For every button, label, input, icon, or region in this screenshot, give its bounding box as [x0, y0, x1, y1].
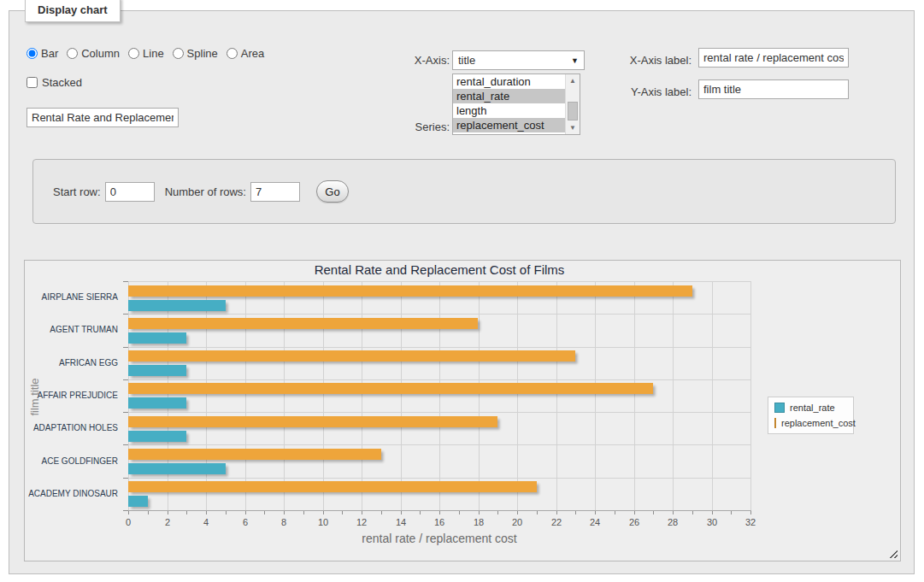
radio-icon[interactable]	[227, 48, 238, 59]
x-axis-tick	[342, 511, 343, 514]
x-axis-tick	[362, 511, 362, 514]
stacked-label: Stacked	[42, 76, 82, 89]
chart-type-radio-column[interactable]: Column	[67, 47, 120, 60]
series-option-length[interactable]: length	[453, 103, 565, 118]
bar-replacement_cost	[128, 285, 692, 297]
radio-label: Area	[241, 47, 264, 60]
chart-type-radio-area[interactable]: Area	[227, 47, 264, 60]
x-tick-label: 0	[111, 517, 145, 527]
gridline-vertical	[439, 281, 440, 510]
x-axis-tick	[692, 511, 693, 514]
x-tick-label: 14	[384, 517, 418, 527]
y-axis-label-field-label: Y-Axis label:	[616, 85, 692, 98]
gridline-vertical	[517, 281, 518, 510]
go-button[interactable]: Go	[316, 180, 349, 203]
scrollbar-thumb[interactable]	[568, 102, 578, 121]
bar-rental_rate	[128, 496, 148, 507]
gridline-horizontal	[128, 314, 750, 315]
x-axis-tick	[284, 511, 285, 514]
bar-replacement_cost	[128, 481, 537, 492]
gridline-vertical	[206, 281, 207, 510]
radio-icon[interactable]	[128, 48, 139, 59]
gridline-vertical	[128, 281, 129, 510]
category-label: AIRPLANE SIERRA	[24, 292, 118, 302]
x-axis-title: rental rate / replacement cost	[128, 532, 750, 545]
chart-type-radio-bar[interactable]: Bar	[26, 47, 58, 60]
bar-replacement_cost	[128, 449, 381, 460]
x-axis-tick	[497, 511, 498, 514]
y-axis-tick	[123, 412, 128, 413]
x-axis-tick	[401, 511, 402, 514]
stacked-checkbox-row[interactable]: Stacked	[26, 76, 82, 89]
radio-label: Line	[143, 47, 164, 60]
gridline-vertical	[673, 281, 674, 510]
radio-label: Column	[81, 47, 120, 60]
num-rows-input[interactable]	[250, 182, 300, 202]
x-axis-select[interactable]: title ▼	[452, 50, 585, 70]
y-axis-tick	[123, 314, 128, 315]
radio-icon[interactable]	[26, 48, 38, 59]
gridline-horizontal	[128, 379, 750, 380]
resize-handle-icon[interactable]	[888, 549, 898, 558]
category-label: ADAPTATION HOLES	[24, 423, 118, 432]
chart-title: Rental Rate and Replacement Cost of Film…	[128, 262, 750, 277]
gridline-horizontal	[128, 412, 750, 413]
bar-replacement_cost	[128, 350, 575, 362]
bar-rental_rate	[128, 365, 186, 376]
gridline-vertical	[634, 281, 635, 510]
chart-type-radio-line[interactable]: Line	[128, 47, 164, 60]
y-axis-tick	[123, 478, 128, 479]
category-label: ACADEMY DINOSAUR	[24, 489, 118, 498]
x-axis-tick	[575, 511, 576, 514]
bar-rental_rate	[128, 431, 186, 442]
series-option-rental_duration[interactable]: rental_duration	[453, 74, 565, 89]
fieldset-legend: Display chart	[25, 0, 121, 22]
gridline-vertical	[479, 281, 480, 510]
legend-swatch-icon	[774, 403, 785, 413]
x-axis-tick	[615, 511, 615, 514]
x-axis-tick	[168, 511, 168, 514]
bar-replacement_cost	[128, 416, 497, 427]
series-listbox[interactable]: rental_durationrental_ratelengthreplacem…	[452, 73, 580, 135]
x-axis-label-input[interactable]	[698, 48, 849, 68]
row-range-panel: Start row: Number of rows: Go	[32, 159, 896, 224]
legend-item-replacement_cost[interactable]: replacement_cost	[774, 418, 847, 428]
chart-type-radio-spline[interactable]: Spline	[173, 47, 218, 60]
legend-label: replacement_cost	[781, 418, 856, 428]
legend-item-rental_rate[interactable]: rental_rate	[774, 403, 847, 413]
category-label: AGENT TRUMAN	[24, 325, 118, 334]
display-chart-fieldset: Display chart BarColumnLineSplineArea St…	[9, 10, 915, 574]
radio-icon[interactable]	[173, 48, 184, 59]
x-axis-tick	[420, 511, 421, 514]
gridline-horizontal	[128, 478, 750, 479]
x-tick-label: 16	[422, 517, 456, 527]
gridline-vertical	[401, 281, 402, 510]
gridline-vertical	[556, 281, 557, 510]
x-tick-label: 10	[306, 517, 340, 527]
category-label: AFRICAN EGG	[24, 358, 118, 367]
scroll-down-icon[interactable]: ▼	[566, 121, 580, 134]
chart-title-input[interactable]	[26, 108, 179, 127]
stacked-checkbox[interactable]	[26, 77, 38, 88]
x-axis-tick	[186, 511, 187, 514]
category-label: ACE GOLDFINGER	[24, 456, 118, 466]
scroll-up-icon[interactable]: ▲	[566, 74, 580, 87]
series-option-replacement_cost[interactable]: replacement_cost	[453, 118, 565, 132]
x-axis-tick	[148, 511, 149, 514]
gridline-vertical	[284, 281, 285, 510]
bar-replacement_cost	[128, 383, 653, 394]
x-axis-tick	[517, 511, 518, 514]
x-axis-tick	[323, 511, 324, 514]
radio-icon[interactable]	[67, 48, 78, 59]
series-scrollbar[interactable]: ▲ ▼	[565, 74, 580, 134]
x-axis-tick	[595, 511, 596, 514]
x-axis-tick	[673, 511, 674, 514]
x-axis-tick	[381, 511, 382, 514]
y-axis-label-input[interactable]	[698, 79, 849, 99]
series-listbox-label: Series:	[377, 121, 450, 133]
chart-legend: rental_ratereplacement_cost	[768, 397, 854, 434]
start-row-input[interactable]	[105, 182, 155, 202]
plot-area	[128, 281, 750, 510]
series-option-rental_rate[interactable]: rental_rate	[453, 89, 565, 103]
x-tick-label: 30	[695, 517, 729, 527]
